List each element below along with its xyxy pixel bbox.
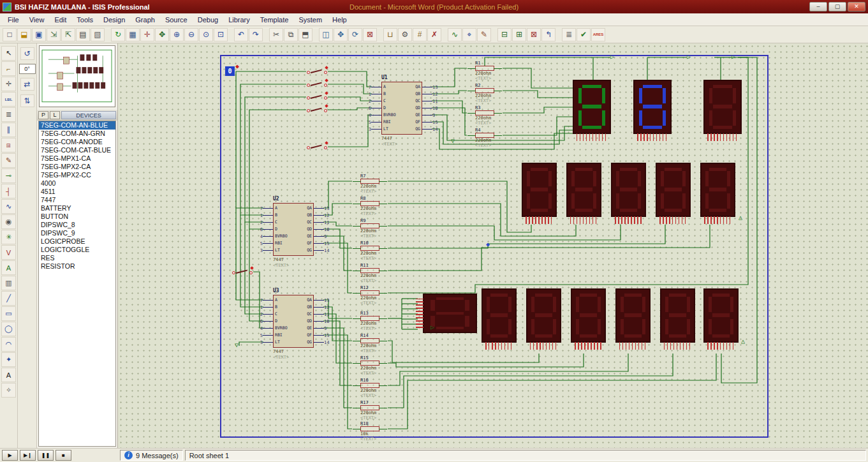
logic-toggle-switch[interactable]: [306, 80, 328, 89]
output-terminal-arrow[interactable]: ▷: [732, 54, 735, 60]
menu-item[interactable]: Graph: [130, 15, 160, 25]
menu-item[interactable]: Edit: [49, 15, 71, 25]
mirror-horizontal-icon[interactable]: ⇄: [20, 78, 34, 91]
pan-icon[interactable]: ✥: [155, 28, 169, 41]
seven-segment-display[interactable]: [573, 80, 611, 134]
resistor[interactable]: R11 220ohm <TEXT>: [352, 263, 389, 283]
wires-layer[interactable]: [118, 43, 868, 448]
seven-segment-display[interactable]: [615, 288, 651, 343]
block-delete-icon[interactable]: ⊠: [363, 28, 377, 41]
zoom-out-icon[interactable]: ⊖: [184, 28, 198, 41]
device-list-item[interactable]: 7SEG-MPX2-CC: [39, 171, 115, 179]
circle-2d-icon[interactable]: ◯: [1, 322, 16, 336]
resistor[interactable]: R15 220ohm <TEXT>: [352, 355, 389, 376]
line-2d-icon[interactable]: ╱: [1, 291, 16, 306]
redraw-icon[interactable]: ↻: [111, 28, 125, 41]
menu-item[interactable]: Source: [160, 15, 193, 25]
schematic-canvas[interactable]: 0: [118, 43, 868, 448]
property-assignment-icon[interactable]: ✎: [477, 28, 491, 41]
current-probe-mode-icon[interactable]: A: [1, 260, 16, 275]
menu-item[interactable]: Library: [223, 15, 255, 25]
menu-item[interactable]: File: [3, 15, 24, 25]
block-copy-icon[interactable]: ◫: [319, 28, 333, 41]
voltage-probe-mode-icon[interactable]: V: [1, 245, 16, 260]
menu-item[interactable]: Help: [327, 15, 352, 25]
new-design-icon[interactable]: □: [3, 28, 17, 41]
device-list-item[interactable]: 4000: [39, 179, 115, 188]
menu-item[interactable]: Tools: [71, 15, 98, 25]
device-list-item[interactable]: BATTERY: [39, 204, 115, 212]
seven-segment-display[interactable]: [526, 288, 561, 343]
pin-warning-marker[interactable]: △: [739, 214, 742, 221]
rotate-icon[interactable]: ↺: [20, 47, 34, 60]
open-design-icon[interactable]: ⬓: [17, 28, 31, 41]
toggle-grid-icon[interactable]: ▦: [126, 28, 140, 41]
seven-segment-display[interactable]: [571, 288, 606, 343]
device-list-item[interactable]: LOGICPROBE: [39, 237, 115, 246]
logic-toggle-switch[interactable]: [306, 93, 328, 102]
device-list-item[interactable]: 4511: [39, 188, 115, 196]
device-list-item[interactable]: DIPSWC_9: [39, 229, 115, 237]
box-2d-icon[interactable]: ▭: [1, 306, 16, 321]
instant-edit-mode-icon[interactable]: ✎: [1, 153, 16, 168]
redo-icon[interactable]: ↷: [249, 28, 263, 41]
zoom-in-icon[interactable]: ⊕: [170, 28, 184, 41]
ic-u3[interactable]: U3 7126453 ABCDBVRBORBILT 1312111091514 …: [255, 290, 332, 361]
play-button[interactable]: ▶: [2, 450, 18, 461]
resistor[interactable]: R16 220ohm <TEXT>: [352, 378, 389, 398]
markers-2d-icon[interactable]: ✧: [1, 383, 16, 398]
bill-of-materials-icon[interactable]: ≣: [562, 28, 576, 41]
packaging-tool-icon[interactable]: #: [413, 28, 427, 41]
logic-toggle-switch[interactable]: [306, 143, 328, 152]
menu-item[interactable]: System: [293, 15, 327, 25]
resistor[interactable]: R14 220ohm <TEXT>: [352, 333, 389, 354]
device-list-item[interactable]: RESISTOR: [39, 262, 115, 271]
seven-segment-display[interactable]: [566, 163, 601, 217]
copy-icon[interactable]: ⧉: [284, 28, 298, 41]
device-list-item[interactable]: 7SEG-COM-CAT-BLUE: [39, 146, 115, 154]
logic-state-indicator[interactable]: 0: [225, 66, 235, 76]
netlist-to-ares-icon[interactable]: ARES: [591, 28, 605, 41]
block-rotate-icon[interactable]: ⟳: [348, 28, 362, 41]
pause-button[interactable]: ❚❚: [38, 450, 54, 461]
seven-segment-display[interactable]: [633, 80, 672, 134]
device-list-item[interactable]: 7SEG-COM-AN-GRN: [39, 130, 115, 138]
zoom-all-icon[interactable]: ⊙: [199, 28, 213, 41]
ic-u1[interactable]: U1 7126453 ABCDBVRBORBILT 1312111091514 …: [364, 77, 440, 148]
graph-mode-icon[interactable]: ∿: [1, 199, 16, 214]
menu-item[interactable]: Debug: [193, 15, 223, 25]
device-list-item[interactable]: 7SEG-MPX2-CA: [39, 163, 115, 171]
subcircuit-mode-icon[interactable]: ⧈: [1, 138, 16, 153]
mark-output-area-icon[interactable]: ▧: [91, 28, 105, 41]
paste-icon[interactable]: ⬒: [298, 28, 313, 41]
device-pins-mode-icon[interactable]: ┤: [1, 184, 16, 198]
resistor[interactable]: R17 220ohm <TEXT>: [352, 400, 389, 421]
logic-toggle-switch[interactable]: [306, 68, 328, 77]
close-button[interactable]: ✕: [848, 2, 865, 11]
seven-segment-display[interactable]: [703, 80, 742, 134]
goto-sheet-icon[interactable]: ↰: [541, 28, 555, 41]
resistor[interactable]: R8 220ohm <TEXT>: [352, 196, 389, 216]
export-section-icon[interactable]: ⇱: [61, 28, 75, 41]
tape-recorder-mode-icon[interactable]: ◉: [1, 214, 16, 229]
text-script-mode-icon[interactable]: ≣: [1, 107, 16, 122]
terminals-mode-icon[interactable]: ⊸: [1, 168, 16, 183]
cut-icon[interactable]: ✂: [269, 28, 283, 41]
resistor[interactable]: R9 220ohm <TEXT>: [352, 218, 389, 239]
logic-toggle-switch[interactable]: [232, 268, 253, 277]
selection-mode-icon[interactable]: ↖: [1, 46, 16, 61]
mirror-vertical-icon[interactable]: ⇅: [20, 94, 34, 107]
resistor[interactable]: R18 10k <TEXT>: [352, 421, 389, 442]
search-tag-icon[interactable]: ⌖: [462, 28, 476, 41]
save-design-icon[interactable]: ▣: [32, 28, 46, 41]
device-list-item[interactable]: 7SEG-MPX1-CA: [39, 154, 115, 163]
resistor[interactable]: R7 220ohm <TEXT>: [352, 174, 389, 194]
menu-item[interactable]: View: [24, 15, 50, 25]
library-manager-button[interactable]: L: [50, 111, 60, 119]
maximize-button[interactable]: ▢: [828, 2, 846, 11]
state-marker[interactable]: ◆: [235, 63, 239, 70]
seven-segment-display[interactable]: [700, 163, 735, 217]
device-list-item[interactable]: 7SEG-COM-ANODE: [39, 138, 115, 146]
resistor[interactable]: R1 220ohm <TEXT>: [467, 61, 504, 81]
output-terminal-arrow[interactable]: ▷: [610, 54, 614, 60]
